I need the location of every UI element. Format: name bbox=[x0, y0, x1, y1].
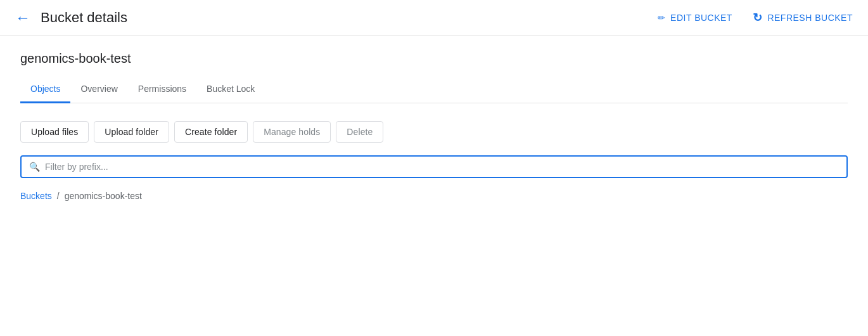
main-content: genomics-book-test Objects Overview Perm… bbox=[0, 36, 868, 216]
tab-bucket-lock[interactable]: Bucket Lock bbox=[196, 76, 265, 103]
delete-button[interactable]: Delete bbox=[336, 121, 383, 143]
manage-holds-button[interactable]: Manage holds bbox=[253, 121, 331, 143]
tab-permissions[interactable]: Permissions bbox=[128, 76, 196, 103]
edit-bucket-button[interactable]: EDIT BUCKET bbox=[658, 12, 732, 23]
pencil-icon bbox=[658, 12, 666, 23]
back-button[interactable] bbox=[15, 9, 30, 27]
breadcrumb-separator: / bbox=[57, 191, 60, 201]
search-icon bbox=[29, 162, 40, 172]
breadcrumb-buckets-link[interactable]: Buckets bbox=[20, 191, 52, 201]
refresh-bucket-label: REFRESH BUCKET bbox=[767, 13, 853, 23]
tab-objects[interactable]: Objects bbox=[20, 76, 70, 103]
tabs-bar: Objects Overview Permissions Bucket Lock bbox=[20, 76, 848, 103]
back-arrow-icon bbox=[15, 9, 30, 27]
search-container bbox=[20, 155, 848, 178]
page-header: Bucket details EDIT BUCKET REFRESH BUCKE… bbox=[0, 0, 868, 36]
upload-files-button[interactable]: Upload files bbox=[20, 121, 89, 143]
header-actions: EDIT BUCKET REFRESH BUCKET bbox=[658, 11, 853, 25]
breadcrumb-current: genomics-book-test bbox=[65, 191, 142, 201]
refresh-bucket-button[interactable]: REFRESH BUCKET bbox=[753, 11, 853, 25]
bucket-name: genomics-book-test bbox=[20, 51, 848, 66]
create-folder-button[interactable]: Create folder bbox=[174, 121, 248, 143]
upload-folder-button[interactable]: Upload folder bbox=[94, 121, 169, 143]
search-input[interactable] bbox=[45, 162, 839, 172]
edit-bucket-label: EDIT BUCKET bbox=[670, 13, 732, 23]
tab-overview[interactable]: Overview bbox=[70, 76, 127, 103]
page-title: Bucket details bbox=[41, 10, 127, 26]
header-left: Bucket details bbox=[15, 9, 648, 27]
breadcrumb: Buckets / genomics-book-test bbox=[20, 191, 848, 201]
toolbar: Upload files Upload folder Create folder… bbox=[20, 121, 848, 143]
refresh-icon bbox=[753, 11, 763, 25]
